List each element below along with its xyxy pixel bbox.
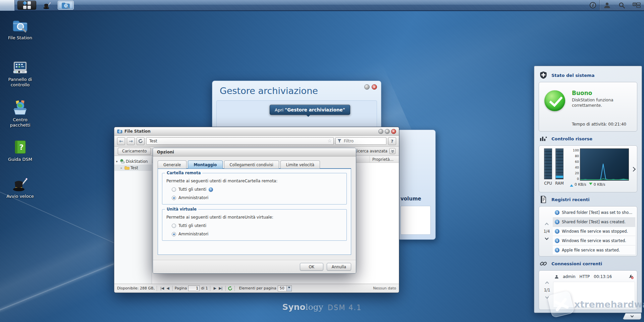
tab-generale[interactable]: Generale [158, 160, 186, 169]
tab-montaggio[interactable]: Montaggio [188, 160, 222, 169]
back-button[interactable]: ← [117, 137, 125, 145]
resource-detail-chevron[interactable] [631, 167, 636, 172]
widget-panel-collapse-tab[interactable] [623, 313, 641, 320]
tab-limite-velocita[interactable]: Limite velocità [280, 160, 320, 169]
pager-up-button[interactable] [545, 223, 548, 226]
taskbar-quick-start-button[interactable] [39, 1, 55, 10]
widget-panel: Stato del sistema Buono DiskStation funz… [534, 66, 642, 313]
refresh-icon [138, 139, 143, 143]
radio-button[interactable] [172, 187, 176, 192]
first-page-button[interactable]: |◀ [159, 286, 165, 290]
tree-node-test[interactable]: ▸ Test [114, 165, 152, 171]
ram-label: RAM [554, 181, 565, 186]
pager-down-button[interactable] [545, 236, 548, 240]
radio-button[interactable] [172, 224, 176, 228]
info-icon[interactable]: i [209, 187, 213, 192]
desktop-icon-package-center[interactable]: Centro pacchetti [3, 99, 38, 128]
funnel-icon [337, 139, 341, 143]
per-page-select[interactable]: 50 [278, 285, 292, 291]
system-health-card: Buono DiskStation funziona correttamente… [539, 82, 637, 132]
forward-button[interactable]: → [127, 137, 135, 145]
log-entry[interactable]: iShared folder [Test] was set to sho... [553, 208, 635, 218]
tab-collegamenti-condivisi[interactable]: Collegamenti condivisi [224, 160, 279, 169]
cancel-button[interactable]: Annulla [327, 263, 351, 271]
log-entry[interactable]: iShared folder [Test] was created. [553, 218, 635, 227]
bookmark-star-icon[interactable]: ☆ [327, 138, 332, 143]
pager-down-button[interactable] [545, 295, 549, 298]
tree-node-diskstation[interactable]: ▾ DiskStation [114, 158, 152, 165]
ok-button[interactable]: OK [300, 263, 323, 271]
system-tray: i [586, 0, 644, 10]
prev-page-button[interactable]: ◀ [165, 286, 170, 290]
disconnect-icon[interactable] [628, 274, 634, 279]
log-entry[interactable]: iWindows file service was started. [553, 236, 635, 245]
close-button[interactable]: × [372, 84, 377, 90]
close-button[interactable]: × [391, 129, 396, 134]
chevron-down-icon [630, 314, 634, 318]
tree-expand-caret[interactable]: ▸ [121, 166, 123, 170]
upload-button[interactable]: Caricamento [118, 148, 151, 155]
radio-button-selected[interactable] [172, 196, 176, 200]
tray-user-button[interactable] [600, 0, 614, 10]
log-entry[interactable]: iWindows file service was stopped. [553, 227, 635, 236]
file-station-titlebar[interactable]: File Station + × [114, 127, 399, 136]
desktop-icon-file-station[interactable]: File Station [3, 17, 38, 41]
info-icon: i [555, 220, 559, 224]
radio-button-selected[interactable] [172, 232, 176, 236]
uptime-text: Tempo di attività: 00:21:40 [572, 122, 626, 127]
column-properties[interactable]: Proprietà... [369, 156, 399, 163]
main-menu-button[interactable] [17, 1, 36, 10]
radio-remote-all-users[interactable]: Tutti gli utenti i [172, 187, 342, 192]
tree-node-label: Test [130, 166, 138, 170]
filter-input[interactable] [335, 137, 386, 145]
wizard-title-fragment: volume [400, 196, 421, 202]
connection-list-area [553, 282, 635, 308]
select-dropdown-button[interactable] [286, 286, 291, 291]
health-ok-icon [544, 90, 565, 111]
advanced-search-toggle-button[interactable] [389, 148, 395, 154]
next-page-button[interactable]: ▶ [212, 286, 217, 290]
wizard-content-box [400, 206, 431, 235]
network-traffic-chart [580, 148, 629, 181]
desktop-icon-label: Pannello di controllo [3, 77, 38, 87]
help-button[interactable]: ? [388, 137, 396, 145]
tree-node-label: DiskStation [126, 159, 148, 164]
search-icon [618, 2, 626, 9]
pager-up-button[interactable] [545, 281, 549, 285]
minimize-button[interactable] [378, 129, 383, 134]
dialog-footer: OK Annulla [153, 260, 356, 273]
tray-widgets-button[interactable] [629, 0, 644, 10]
advanced-search-label[interactable]: Ricerca avanzata [354, 149, 387, 153]
last-page-button[interactable]: ▶| [217, 286, 223, 290]
desktop-icon-quick-start[interactable]: Avvio veloce [3, 176, 38, 199]
user-icon [554, 275, 559, 279]
page-number-input[interactable] [188, 285, 200, 291]
maximize-button[interactable]: + [385, 129, 390, 134]
desktop-icon-label: File Station [3, 35, 38, 41]
log-entry[interactable]: iApple file service was started. [553, 245, 635, 255]
tray-search-button[interactable] [614, 0, 629, 10]
taskbar-file-station-button[interactable] [58, 1, 74, 10]
cpu-label: CPU [542, 181, 554, 186]
cpu-meter [544, 148, 552, 179]
connection-row[interactable]: admin HTTP 00:13:16 [553, 273, 635, 281]
radio-remote-administrators[interactable]: Amministratori [172, 195, 342, 200]
tree-expand-caret[interactable]: ▾ [116, 160, 119, 163]
widgets-icon [633, 2, 641, 9]
refresh-button[interactable] [137, 137, 145, 145]
radio-virtual-administrators[interactable]: Amministratori [172, 232, 342, 236]
refresh-list-button[interactable] [228, 286, 232, 291]
pager-position: 1/1 [544, 288, 550, 292]
desktop-icon-dsm-help[interactable]: ? Guida DSM [3, 139, 38, 162]
dialog-titlebar[interactable]: Opzioni [153, 148, 356, 156]
desktop-icon-control-panel[interactable]: Pannello di controllo [3, 59, 38, 87]
tray-info-button[interactable]: i [586, 0, 599, 10]
radio-virtual-all-users[interactable]: Tutti gli utenti [172, 223, 342, 228]
upload-arrow-icon [570, 183, 573, 187]
show-desktop-button[interactable] [0, 0, 15, 11]
fieldset-legend: Unità virtuale [165, 207, 198, 212]
minimize-button[interactable] [364, 84, 370, 90]
capacity-text: Disponibile: 288 GB, Totale: 288 G [117, 286, 155, 290]
resource-monitor-card[interactable]: CPU RAM 100 80 60 40 20 0 [539, 145, 637, 192]
address-input[interactable] [146, 137, 334, 145]
